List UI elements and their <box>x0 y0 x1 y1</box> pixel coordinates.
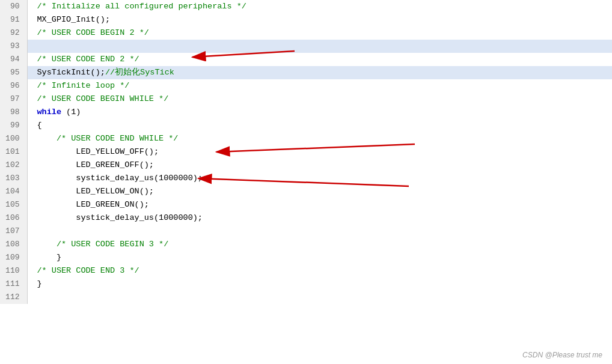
table-row: 93 <box>0 40 612 53</box>
code-token: LED_GREEN_OFF(); <box>37 160 154 169</box>
line-number: 93 <box>0 40 27 53</box>
table-row: 95SysTickInit();//初始化SysTick <box>0 66 612 79</box>
line-number: 98 <box>0 106 27 119</box>
line-number: 107 <box>0 225 27 238</box>
line-code <box>27 40 612 53</box>
line-number: 101 <box>0 145 27 159</box>
line-code: } <box>27 278 612 291</box>
table-row: 103 systick_delay_us(1000000); <box>0 172 612 185</box>
line-code <box>27 291 612 304</box>
table-row: 99{ <box>0 119 612 132</box>
line-number: 91 <box>0 13 27 26</box>
code-token: MX_GPIO_Init(); <box>37 15 111 24</box>
line-number: 109 <box>0 251 27 264</box>
line-code: LED_GREEN_OFF(); <box>27 159 612 172</box>
table-row: 110/* USER CODE END 3 */ <box>0 264 612 278</box>
code-token <box>37 134 57 143</box>
code-token: systick_delay_us(1000000); <box>37 174 203 183</box>
code-token: /* USER CODE BEGIN 2 */ <box>37 28 149 37</box>
table-row: 98while (1) <box>0 106 612 119</box>
line-number: 112 <box>0 291 27 304</box>
table-row: 101 LED_YELLOW_OFF(); <box>0 145 612 159</box>
table-row: 94/* USER CODE END 2 */ <box>0 53 612 66</box>
line-number: 102 <box>0 159 27 172</box>
line-number: 90 <box>0 0 27 13</box>
table-row: 100 /* USER CODE END WHILE */ <box>0 132 612 145</box>
line-code: while (1) <box>27 106 612 119</box>
line-code: MX_GPIO_Init(); <box>27 13 612 26</box>
line-code: LED_YELLOW_OFF(); <box>27 145 612 159</box>
code-token: //初始化SysTick <box>105 68 174 77</box>
table-row: 105 LED_GREEN_ON(); <box>0 198 612 211</box>
code-token: /* Initialize all configured peripherals… <box>37 2 246 11</box>
code-token: (1) <box>61 108 81 117</box>
code-token: LED_YELLOW_OFF(); <box>37 147 159 156</box>
line-code: { <box>27 119 612 132</box>
line-number: 100 <box>0 132 27 145</box>
code-token: /* USER CODE END WHILE */ <box>57 134 179 143</box>
line-code: /* USER CODE BEGIN 3 */ <box>27 238 612 251</box>
line-code: systick_delay_us(1000000); <box>27 172 612 185</box>
line-code: /* USER CODE END WHILE */ <box>27 132 612 145</box>
code-container: 90/* Initialize all configured periphera… <box>0 0 612 364</box>
code-token: } <box>37 279 42 288</box>
line-number: 92 <box>0 26 27 40</box>
table-row: 97/* USER CODE BEGIN WHILE */ <box>0 93 612 106</box>
code-token: /* USER CODE BEGIN 3 */ <box>57 240 168 249</box>
table-row: 104 LED_YELLOW_ON(); <box>0 185 612 198</box>
table-row: 107 <box>0 225 612 238</box>
line-code: /* USER CODE BEGIN 2 */ <box>27 26 612 40</box>
line-number: 95 <box>0 66 27 79</box>
code-token: { <box>37 121 42 130</box>
line-number: 99 <box>0 119 27 132</box>
code-token: LED_YELLOW_ON(); <box>37 187 154 196</box>
line-number: 108 <box>0 238 27 251</box>
code-table: 90/* Initialize all configured periphera… <box>0 0 612 304</box>
line-code: systick_delay_us(1000000); <box>27 211 612 225</box>
code-token: SysTickInit(); <box>37 68 105 77</box>
table-row: 106 systick_delay_us(1000000); <box>0 211 612 225</box>
line-number: 103 <box>0 172 27 185</box>
line-code: LED_GREEN_ON(); <box>27 198 612 211</box>
code-token: /* USER CODE END 3 */ <box>37 266 139 275</box>
line-code <box>27 225 612 238</box>
table-row: 112 <box>0 291 612 304</box>
line-code: /* USER CODE BEGIN WHILE */ <box>27 93 612 106</box>
code-token: /* USER CODE BEGIN WHILE */ <box>37 94 169 103</box>
code-token: while <box>37 108 62 117</box>
line-code: /* USER CODE END 2 */ <box>27 53 612 66</box>
code-token: /* USER CODE END 2 */ <box>37 55 139 64</box>
line-number: 96 <box>0 79 27 93</box>
code-token: } <box>37 253 62 262</box>
table-row: 90/* Initialize all configured periphera… <box>0 0 612 13</box>
table-row: 111} <box>0 278 612 291</box>
table-row: 91MX_GPIO_Init(); <box>0 13 612 26</box>
line-code: SysTickInit();//初始化SysTick <box>27 66 612 79</box>
line-code: /* USER CODE END 3 */ <box>27 264 612 278</box>
code-token <box>37 240 57 249</box>
table-row: 102 LED_GREEN_OFF(); <box>0 159 612 172</box>
line-number: 111 <box>0 278 27 291</box>
table-row: 92/* USER CODE BEGIN 2 */ <box>0 26 612 40</box>
line-code: LED_YELLOW_ON(); <box>27 185 612 198</box>
line-number: 105 <box>0 198 27 211</box>
code-token: systick_delay_us(1000000); <box>37 213 203 222</box>
table-row: 96/* Infinite loop */ <box>0 79 612 93</box>
line-number: 104 <box>0 185 27 198</box>
code-token: LED_GREEN_ON(); <box>37 200 149 209</box>
line-code: /* Infinite loop */ <box>27 79 612 93</box>
line-number: 97 <box>0 93 27 106</box>
code-token: /* Infinite loop */ <box>37 81 130 90</box>
line-code: } <box>27 251 612 264</box>
table-row: 109 } <box>0 251 612 264</box>
line-number: 110 <box>0 264 27 278</box>
line-number: 106 <box>0 211 27 225</box>
table-row: 108 /* USER CODE BEGIN 3 */ <box>0 238 612 251</box>
watermark: CSDN @Please trust me <box>522 351 602 359</box>
line-code: /* Initialize all configured peripherals… <box>27 0 612 13</box>
line-number: 94 <box>0 53 27 66</box>
